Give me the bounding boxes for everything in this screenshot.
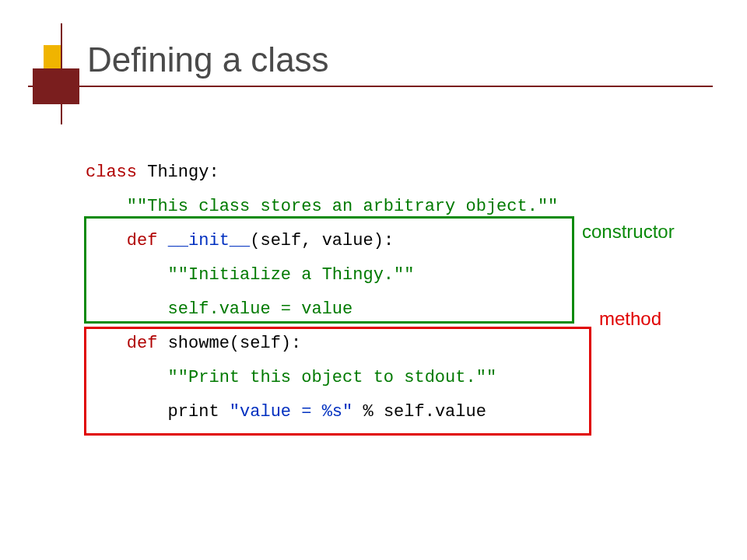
accent-vertical-rule bbox=[61, 23, 62, 124]
method-label: method bbox=[599, 308, 661, 330]
docstring-class: ""This class stores an arbitrary object.… bbox=[86, 197, 558, 216]
method-highlight-box bbox=[84, 327, 591, 436]
constructor-highlight-box bbox=[84, 216, 574, 324]
code-text: Thingy: bbox=[137, 163, 219, 182]
constructor-label: constructor bbox=[582, 221, 675, 243]
accent-horizontal-rule bbox=[28, 86, 713, 87]
keyword-class: class bbox=[86, 163, 137, 182]
slide-title: Defining a class bbox=[87, 40, 329, 79]
